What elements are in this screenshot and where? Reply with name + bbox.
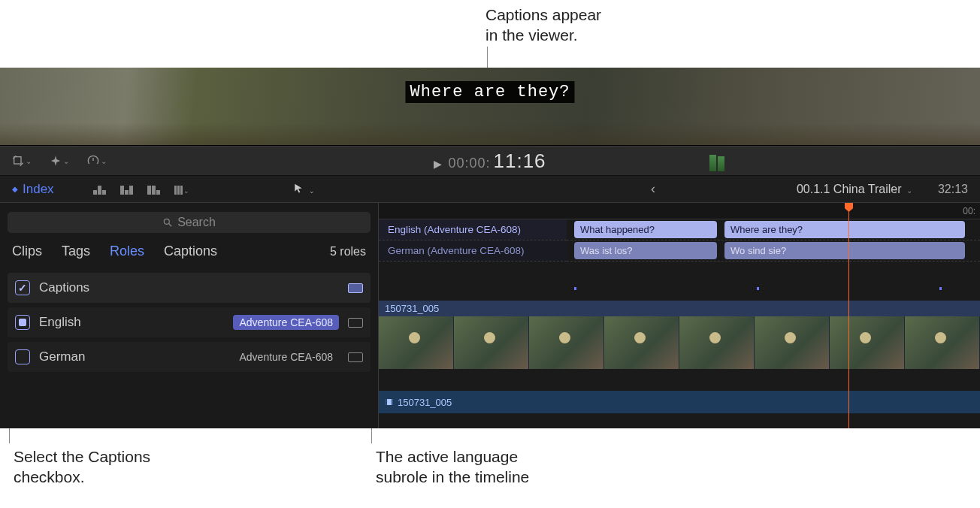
show-lane-icon[interactable] (348, 352, 363, 362)
german-checkbox[interactable] (15, 349, 30, 364)
role-count-label: 5 roles (330, 245, 366, 259)
thumbnail (454, 316, 529, 369)
timecode-main: 11:16 (493, 150, 546, 173)
index-button[interactable]: Index (12, 182, 54, 197)
caption-clip[interactable]: Where are they? (724, 221, 965, 238)
timecode-display[interactable]: ▶ 00:00: 11:16 (434, 150, 546, 173)
timeline-toolbar: Index ⌄ ⌄ ‹ 00.1.1 China Trailer ⌄ 32:13 (0, 176, 980, 203)
overwrite-clip-icon[interactable]: ⌄ (174, 184, 189, 195)
callout-active-subrole: The active language subrole in the timel… (376, 446, 529, 488)
index-button-label: Index (23, 182, 54, 197)
project-name-label: 00.1.1 China Trailer (797, 183, 902, 195)
role-english-row[interactable]: English Adventure CEA-608 (8, 307, 371, 337)
meter-bar (718, 156, 724, 171)
thumbnail (755, 316, 830, 369)
callout-captions-checkbox: Select the Captions checkbox. (14, 446, 150, 488)
timeline-index-panel: Search Clips Tags Roles Captions 5 roles… (0, 203, 379, 428)
timeline-playhead[interactable] (848, 203, 849, 428)
role-captions-label: Captions (39, 280, 339, 295)
timeline-ruler[interactable]: 00: (379, 203, 980, 219)
video-thumbnails (379, 316, 980, 369)
append-clip-icon[interactable] (147, 184, 162, 195)
filmstrip-icon (385, 398, 394, 407)
select-tool-icon[interactable]: ⌄ (293, 183, 315, 195)
lane-header-english[interactable]: English (Adventure CEA-608) (379, 219, 567, 240)
viewer-pane: Where are they? (0, 68, 980, 146)
role-english-label: English (39, 315, 224, 330)
svg-point-2 (164, 219, 169, 224)
svg-rect-6 (392, 399, 393, 405)
search-icon (162, 217, 173, 228)
viewer-caption-overlay: Where are they? (405, 81, 574, 103)
tab-captions[interactable]: Captions (164, 243, 217, 259)
roles-list: Captions English Adventure CEA-608 Germa… (8, 270, 371, 372)
search-placeholder: Search (177, 216, 216, 229)
enhance-tool-icon[interactable]: ⌄ (50, 153, 69, 169)
timecode-prefix: 00:00: (448, 156, 490, 171)
svg-rect-0 (14, 157, 21, 164)
thumbnail (679, 316, 755, 369)
caption-clip[interactable]: Wo sind sie? (724, 242, 965, 259)
role-captions-row[interactable]: Captions (8, 273, 371, 303)
play-icon: ▶ (434, 158, 442, 170)
caption-lane-headers: English (Adventure CEA-608) German (Adve… (379, 219, 567, 262)
caption-clip[interactable]: What happened? (574, 221, 717, 238)
lower-section: Search Clips Tags Roles Captions 5 roles… (0, 203, 980, 428)
timeline-history-back-icon[interactable]: ‹ (651, 181, 655, 197)
thumbnail (529, 316, 604, 369)
thumbnail (830, 316, 905, 369)
lane-header-german[interactable]: German (Adventure CEA-608) (379, 240, 567, 262)
show-lane-icon[interactable] (348, 318, 363, 328)
chevron-down-icon: ⌄ (906, 186, 912, 195)
caption-row-german: Was ist los? Wo sind sie? (567, 240, 980, 262)
project-name-dropdown[interactable]: 00.1.1 China Trailer ⌄ (797, 183, 912, 196)
index-tabs: Clips Tags Roles Captions 5 roles (8, 243, 371, 270)
audio-clip-name: 150731_005 (398, 397, 452, 408)
crop-tool-icon[interactable]: ⌄ (12, 153, 32, 169)
app-window: Where are they? ⌄ ⌄ ⌄ ▶ 00:00: 11:16 Ind… (0, 68, 980, 428)
role-german-badge: Adventure CEA-608 (233, 349, 339, 364)
svg-rect-5 (386, 399, 388, 405)
tab-clips[interactable]: Clips (12, 243, 42, 259)
captions-checkbox[interactable] (15, 280, 30, 295)
meter-bar (709, 155, 716, 171)
callout-viewer-caption: Captions appear in the viewer. (485, 5, 601, 46)
search-input[interactable]: Search (8, 212, 371, 233)
audio-track[interactable]: 150731_005 (379, 391, 980, 413)
show-lane-icon[interactable] (348, 283, 363, 293)
video-clip-name: 150731_005 (379, 301, 980, 316)
connect-clip-icon[interactable] (93, 184, 108, 195)
timeline-ruler-time: 00: (963, 206, 975, 216)
thumbnail (905, 316, 980, 369)
project-duration: 32:13 (938, 183, 968, 196)
english-checkbox[interactable] (15, 315, 30, 330)
clip-markers (379, 286, 980, 292)
video-track[interactable]: 150731_005 (379, 301, 980, 368)
insert-clip-icon[interactable] (120, 184, 135, 195)
role-german-row[interactable]: German Adventure CEA-608 (8, 342, 371, 372)
transport-toolbar: ⌄ ⌄ ⌄ ▶ 00:00: 11:16 (0, 146, 980, 176)
thumbnail (379, 316, 454, 369)
timeline-area[interactable]: 00: English (Adventure CEA-608) German (… (379, 203, 980, 428)
retime-tool-icon[interactable]: ⌄ (87, 153, 107, 169)
svg-line-3 (169, 224, 172, 227)
tab-roles[interactable]: Roles (110, 243, 144, 259)
role-english-badge: Adventure CEA-608 (233, 315, 339, 330)
thumbnail (604, 316, 679, 369)
tab-tags[interactable]: Tags (62, 243, 90, 259)
caption-clip[interactable]: Was ist los? (574, 242, 717, 259)
caption-clips-area: What happened? Where are they? Was ist l… (567, 219, 980, 262)
role-german-label: German (39, 349, 224, 364)
caption-row-english: What happened? Where are they? (567, 219, 980, 240)
audio-meters[interactable] (709, 150, 724, 171)
